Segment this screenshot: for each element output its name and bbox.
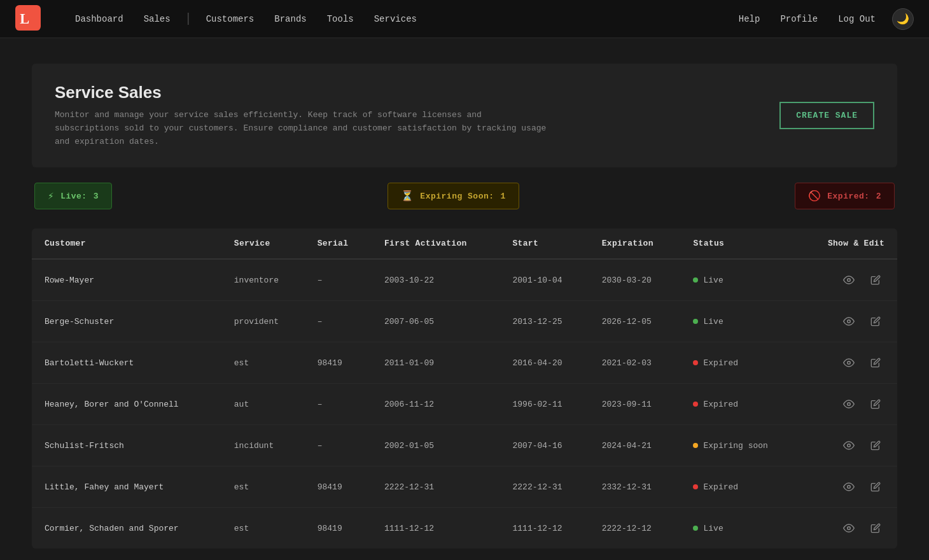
edit-icon[interactable] bbox=[867, 478, 884, 496]
cell-expiration: 2024-04-21 bbox=[589, 425, 681, 466]
cell-start: 2007-04-16 bbox=[500, 425, 589, 466]
cell-service: est bbox=[221, 342, 305, 384]
page-header-text: Service Sales Monitor and manage your se… bbox=[55, 83, 551, 148]
sales-table-container: Customer Service Serial First Activation… bbox=[32, 228, 897, 549]
expired-badge: 🚫 Expired: 2 bbox=[795, 183, 895, 209]
cell-start: 2016-04-20 bbox=[500, 342, 589, 384]
svg-point-6 bbox=[848, 444, 851, 447]
page-header: Service Sales Monitor and manage your se… bbox=[32, 64, 897, 167]
nav-brands[interactable]: Brands bbox=[265, 9, 315, 29]
view-icon[interactable] bbox=[840, 395, 858, 413]
cell-start: 2001-10-04 bbox=[500, 259, 589, 301]
cell-expiration: 2222-12-12 bbox=[589, 508, 681, 549]
cell-expiration: 2021-02-03 bbox=[589, 342, 681, 384]
cell-serial: 98419 bbox=[305, 466, 372, 508]
cell-service: est bbox=[221, 466, 305, 508]
page-description: Monitor and manage your service sales ef… bbox=[55, 109, 551, 148]
edit-icon[interactable] bbox=[867, 312, 884, 330]
status-label: Live bbox=[703, 317, 723, 326]
navbar: L Dashboard Sales | Customers Brands Too… bbox=[0, 0, 929, 38]
svg-text:L: L bbox=[20, 10, 29, 26]
view-icon[interactable] bbox=[840, 271, 858, 289]
cell-customer: Heaney, Borer and O'Connell bbox=[32, 384, 221, 425]
cell-actions bbox=[800, 301, 897, 342]
live-icon: ⚡ bbox=[48, 190, 54, 202]
nav-customers[interactable]: Customers bbox=[197, 9, 263, 29]
edit-icon[interactable] bbox=[867, 437, 884, 454]
cell-start: 1111-12-12 bbox=[500, 508, 589, 549]
logo[interactable]: L bbox=[15, 5, 53, 33]
view-icon[interactable] bbox=[840, 354, 858, 372]
create-sale-button[interactable]: CREATE SALE bbox=[779, 102, 874, 129]
cell-status: Live bbox=[680, 508, 799, 549]
cell-serial: 98419 bbox=[305, 342, 372, 384]
cell-first-activation: 2222-12-31 bbox=[372, 466, 500, 508]
nav-dashboard[interactable]: Dashboard bbox=[66, 9, 132, 29]
edit-icon[interactable] bbox=[867, 395, 884, 413]
cell-customer: Berge-Schuster bbox=[32, 301, 221, 342]
cell-actions bbox=[800, 466, 897, 508]
view-icon[interactable] bbox=[840, 519, 858, 537]
cell-serial: – bbox=[305, 301, 372, 342]
nav-divider: | bbox=[185, 11, 192, 26]
theme-toggle-button[interactable]: 🌙 bbox=[892, 8, 914, 30]
cell-expiration: 2026-12-05 bbox=[589, 301, 681, 342]
nav-help[interactable]: Help bbox=[730, 9, 769, 29]
sales-table: Customer Service Serial First Activation… bbox=[32, 228, 897, 549]
view-icon[interactable] bbox=[840, 437, 858, 454]
cell-first-activation: 2007-06-05 bbox=[372, 301, 500, 342]
view-icon[interactable] bbox=[840, 478, 858, 496]
cell-first-activation: 2006-11-12 bbox=[372, 384, 500, 425]
nav-logout[interactable]: Log Out bbox=[829, 9, 884, 29]
table-row: Heaney, Borer and O'Connell aut – 2006-1… bbox=[32, 384, 897, 425]
nav-profile[interactable]: Profile bbox=[771, 9, 827, 29]
status-label: Expired bbox=[703, 358, 738, 368]
status-label: Live bbox=[703, 524, 723, 533]
main-content: Service Sales Monitor and manage your se… bbox=[0, 38, 929, 560]
status-dot bbox=[693, 443, 698, 448]
status-dot bbox=[693, 402, 698, 407]
cell-actions bbox=[800, 384, 897, 425]
cell-status: Expiring soon bbox=[680, 425, 799, 466]
table-row: Cormier, Schaden and Sporer est 98419 11… bbox=[32, 508, 897, 549]
nav-tools[interactable]: Tools bbox=[318, 9, 363, 29]
cell-actions bbox=[800, 342, 897, 384]
status-label: Expired bbox=[703, 400, 738, 409]
status-dot bbox=[693, 526, 698, 531]
cell-status: Expired bbox=[680, 466, 799, 508]
view-icon[interactable] bbox=[840, 312, 858, 330]
expired-label: Expired: bbox=[827, 192, 869, 201]
cell-start: 2013-12-25 bbox=[500, 301, 589, 342]
cell-customer: Bartoletti-Wuckert bbox=[32, 342, 221, 384]
edit-icon[interactable] bbox=[867, 519, 884, 537]
col-serial: Serial bbox=[305, 228, 372, 259]
nav-links: Dashboard Sales | Customers Brands Tools… bbox=[66, 9, 730, 29]
edit-icon[interactable] bbox=[867, 271, 884, 289]
nav-services[interactable]: Services bbox=[365, 9, 426, 29]
col-actions: Show & Edit bbox=[800, 228, 897, 259]
table-header-row: Customer Service Serial First Activation… bbox=[32, 228, 897, 259]
nav-sales[interactable]: Sales bbox=[135, 9, 179, 29]
cell-actions bbox=[800, 425, 897, 466]
cell-service: aut bbox=[221, 384, 305, 425]
cell-status: Expired bbox=[680, 342, 799, 384]
cell-expiration: 2023-09-11 bbox=[589, 384, 681, 425]
col-first-activation: First Activation bbox=[372, 228, 500, 259]
page-title: Service Sales bbox=[55, 83, 551, 102]
cell-expiration: 2332-12-31 bbox=[589, 466, 681, 508]
cell-service: provident bbox=[221, 301, 305, 342]
cell-serial: – bbox=[305, 384, 372, 425]
edit-icon[interactable] bbox=[867, 354, 884, 372]
table-row: Bartoletti-Wuckert est 98419 2011-01-09 … bbox=[32, 342, 897, 384]
live-label: Live: bbox=[60, 192, 87, 201]
cell-service: inventore bbox=[221, 259, 305, 301]
cell-start: 2222-12-31 bbox=[500, 466, 589, 508]
cell-expiration: 2030-03-20 bbox=[589, 259, 681, 301]
table-row: Berge-Schuster provident – 2007-06-05 20… bbox=[32, 301, 897, 342]
expiring-badge: ⏳ Expiring Soon: 1 bbox=[388, 183, 519, 209]
svg-point-3 bbox=[848, 320, 851, 323]
live-count: 3 bbox=[94, 192, 99, 201]
cell-status: Live bbox=[680, 259, 799, 301]
cell-serial: – bbox=[305, 425, 372, 466]
cell-customer: Schulist-Fritsch bbox=[32, 425, 221, 466]
